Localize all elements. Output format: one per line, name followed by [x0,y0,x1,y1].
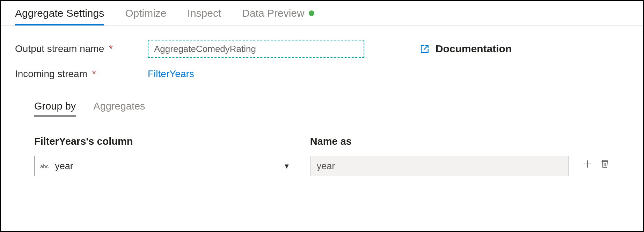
tab-data-preview[interactable]: Data Preview [242,7,314,25]
chevron-down-icon: ▼ [283,162,290,170]
output-stream-label: Output stream name * [15,43,148,54]
label-text: Incoming stream [15,68,87,79]
tab-label: Optimize [125,7,166,19]
add-row-button[interactable] [583,159,592,169]
tab-label: Inspect [188,7,221,19]
type-badge-icon: abc [40,163,49,169]
status-indicator-icon [309,10,314,16]
sub-tabs: Group by Aggregates [15,90,629,117]
documentation-label: Documentation [436,43,512,55]
subtab-label: Aggregates [93,100,145,112]
subtab-group-by[interactable]: Group by [34,100,76,117]
tab-optimize[interactable]: Optimize [125,7,166,25]
label-text: Output stream name [15,43,104,54]
dropdown-value: year [55,161,73,172]
group-by-columns: FilterYears's column abc year ▼ Name as … [15,117,629,176]
incoming-stream-row: Incoming stream * FilterYears [15,68,629,80]
main-tabs: Aggregate Settings Optimize Inspect Data… [1,1,643,26]
form-area: Output stream name * Documentation Incom… [1,26,643,183]
tab-inspect[interactable]: Inspect [188,7,221,25]
tab-aggregate-settings[interactable]: Aggregate Settings [15,7,104,25]
delete-row-button[interactable] [600,159,610,169]
tab-label: Aggregate Settings [15,7,104,19]
name-as-value: year [317,161,335,172]
name-as-header: Name as [310,136,569,147]
required-asterisk: * [109,43,113,54]
row-actions [583,156,610,176]
documentation-link[interactable]: Documentation [420,43,512,55]
name-as-input[interactable]: year [310,156,569,176]
required-asterisk: * [92,68,96,79]
column-header: FilterYears's column [34,136,296,147]
output-stream-row: Output stream name * Documentation [15,40,629,58]
dropdown-content: abc year [40,161,73,172]
output-stream-input[interactable] [148,40,364,58]
incoming-stream-label: Incoming stream * [15,68,148,80]
tab-label: Data Preview [242,7,304,19]
name-as-group: Name as year [310,136,569,176]
column-select-group: FilterYears's column abc year ▼ [34,136,296,176]
incoming-stream-value[interactable]: FilterYears [148,68,194,80]
subtab-label: Group by [34,100,76,112]
column-dropdown[interactable]: abc year ▼ [34,156,296,176]
external-link-icon [420,44,429,53]
subtab-aggregates[interactable]: Aggregates [93,100,145,117]
